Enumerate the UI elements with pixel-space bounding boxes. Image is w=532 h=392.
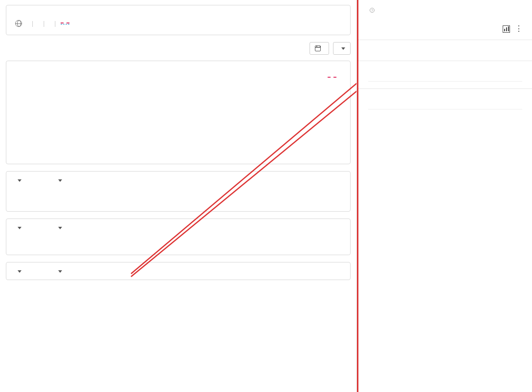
faultcode-time-card xyxy=(6,171,351,212)
chart-legend xyxy=(328,77,339,78)
alert-details-card: | | | xyxy=(6,5,351,35)
date-picker[interactable] xyxy=(310,42,329,55)
faultsource-dropdown[interactable] xyxy=(15,270,22,273)
proxy-dropdown[interactable] xyxy=(56,270,62,273)
calendar-icon xyxy=(315,45,321,51)
chart-card xyxy=(6,61,351,164)
faultcode-status-card xyxy=(6,218,351,255)
statuscode-dropdown[interactable] xyxy=(56,227,62,229)
detail-panel: ? ⋮ xyxy=(357,0,532,392)
more-menu-icon[interactable]: ⋮ xyxy=(515,28,522,30)
y-axis-labels xyxy=(15,73,37,156)
help-icon[interactable]: ? xyxy=(370,8,375,13)
row-label xyxy=(15,234,99,247)
row-label xyxy=(15,187,99,203)
time-dropdown[interactable] xyxy=(56,179,62,182)
faultcode-dropdown-2[interactable] xyxy=(15,227,22,229)
range-picker[interactable] xyxy=(333,42,351,55)
more-link[interactable] xyxy=(61,22,69,24)
line-chart xyxy=(37,73,341,156)
faultsource-proxy-card xyxy=(6,262,351,280)
faultcode-dropdown[interactable] xyxy=(15,179,22,182)
bar-chart-icon[interactable] xyxy=(503,25,510,33)
caret-down-icon xyxy=(341,47,345,50)
globe-icon xyxy=(15,20,22,27)
